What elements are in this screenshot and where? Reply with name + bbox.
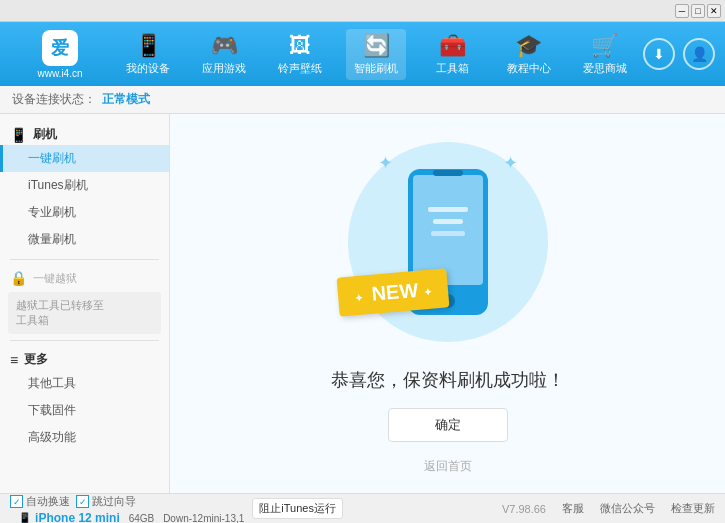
- sidebar-itunes-flash[interactable]: iTunes刷机: [0, 172, 169, 199]
- sidebar-other-tools[interactable]: 其他工具: [0, 370, 169, 397]
- sidebar-jailbreak-header: 🔒 一键越狱: [0, 266, 169, 288]
- svg-rect-4: [428, 207, 468, 212]
- stop-itunes-button[interactable]: 阻止iTunes运行: [252, 498, 343, 519]
- device-firmware: [157, 513, 160, 523]
- device-firmware-val: Down-12mini-13,1: [163, 513, 244, 523]
- tutorials-icon: 🎓: [515, 33, 542, 59]
- device-storage: [123, 513, 126, 523]
- auto-flash-check-box[interactable]: ✓: [10, 495, 23, 508]
- toolbox-icon: 🧰: [439, 33, 466, 59]
- nav-apps[interactable]: 🎮 应用游戏: [194, 29, 254, 80]
- svg-rect-1: [413, 175, 483, 285]
- device-info: 📱 iPhone 12 mini 64GB Down-12mini-13,1: [18, 511, 244, 523]
- device-icon-small: 📱: [18, 512, 35, 523]
- nav-wallpaper-label: 铃声壁纸: [278, 61, 322, 76]
- skip-wizard-label: 跳过向导: [92, 494, 136, 509]
- wechat-link[interactable]: 微信公众号: [600, 501, 655, 516]
- customer-service-link[interactable]: 客服: [562, 501, 584, 516]
- nav-smart-flash-label: 智能刷机: [354, 61, 398, 76]
- nav-apps-label: 应用游戏: [202, 61, 246, 76]
- sparkle-right-icon: ✦: [503, 152, 518, 174]
- smart-flash-icon: 🔄: [363, 33, 390, 59]
- nav-store-label: 爱思商城: [583, 61, 627, 76]
- device-icon: 📱: [135, 33, 162, 59]
- bottom-top-row: ✓ 自动换速 ✓ 跳过向导: [10, 492, 244, 511]
- sidebar-download-fw[interactable]: 下载固件: [0, 397, 169, 424]
- jailbreak-note: 越狱工具已转移至工具箱: [8, 292, 161, 334]
- check-update-link[interactable]: 检查更新: [671, 501, 715, 516]
- svg-rect-2: [433, 170, 463, 176]
- skip-wizard-check-box[interactable]: ✓: [76, 495, 89, 508]
- sidebar-divider-1: [10, 259, 159, 260]
- minimize-button[interactable]: ─: [675, 4, 689, 18]
- sidebar-pro-flash[interactable]: 专业刷机: [0, 199, 169, 226]
- more-section-title: 更多: [24, 351, 48, 368]
- phone-illustration: ✦ ✦ NEW: [338, 132, 558, 352]
- device-name: iPhone 12 mini: [35, 511, 120, 523]
- nav-tutorials-label: 教程中心: [507, 61, 551, 76]
- flash-section-title: 刷机: [33, 126, 57, 143]
- nav-tutorials[interactable]: 🎓 教程中心: [499, 29, 559, 80]
- nav-toolbox[interactable]: 🧰 工具箱: [423, 29, 483, 80]
- version-text: V7.98.66: [502, 503, 546, 515]
- new-badge-text: NEW: [370, 279, 418, 305]
- phone-circle: ✦ ✦ NEW: [348, 142, 548, 342]
- store-icon: 🛒: [591, 33, 618, 59]
- success-text: 恭喜您，保资料刷机成功啦！: [331, 368, 565, 392]
- back-link[interactable]: 返回首页: [424, 458, 472, 475]
- svg-rect-6: [431, 231, 465, 236]
- skip-wizard-checkbox[interactable]: ✓ 跳过向导: [76, 494, 136, 509]
- logo-subtitle: www.i4.cn: [37, 68, 82, 79]
- wallpaper-icon: 🖼: [289, 33, 311, 59]
- status-bar: 设备连接状态： 正常模式: [0, 86, 725, 114]
- sidebar: 📱 刷机 一键刷机 iTunes刷机 专业刷机 微量刷机 🔒 一键越狱 越狱工具…: [0, 114, 170, 493]
- sidebar-more-header: ≡ 更多: [0, 347, 169, 370]
- sparkle-left-icon: ✦: [378, 152, 393, 174]
- svg-rect-5: [433, 219, 463, 224]
- nav-smart-flash[interactable]: 🔄 智能刷机: [346, 29, 406, 80]
- jailbreak-section-title: 一键越狱: [33, 271, 77, 286]
- nav-wallpaper[interactable]: 🖼 铃声壁纸: [270, 29, 330, 80]
- logo-icon: 爱: [42, 30, 78, 66]
- jailbreak-note-text: 越狱工具已转移至工具箱: [16, 299, 104, 326]
- maximize-button[interactable]: □: [691, 4, 705, 18]
- confirm-button[interactable]: 确定: [388, 408, 508, 442]
- flash-section-icon: 📱: [10, 127, 27, 143]
- title-bar: ─ □ ✕: [0, 0, 725, 22]
- status-value: 正常模式: [102, 91, 150, 108]
- sidebar-flash-header: 📱 刷机: [0, 122, 169, 145]
- apps-icon: 🎮: [211, 33, 238, 59]
- bottom-bar: ✓ 自动换速 ✓ 跳过向导 📱 iPhone 12 mini 64GB Down…: [0, 493, 725, 523]
- more-section-icon: ≡: [10, 352, 18, 368]
- sidebar-micro-flash[interactable]: 微量刷机: [0, 226, 169, 253]
- sidebar-one-click-flash[interactable]: 一键刷机: [0, 145, 169, 172]
- logo: 爱 www.i4.cn: [10, 30, 110, 79]
- bottom-left-main: ✓ 自动换速 ✓ 跳过向导 📱 iPhone 12 mini 64GB Down…: [10, 492, 244, 523]
- status-label: 设备连接状态：: [12, 91, 96, 108]
- lock-icon: 🔒: [10, 270, 27, 286]
- bottom-left: ✓ 自动换速 ✓ 跳过向导 📱 iPhone 12 mini 64GB Down…: [10, 492, 502, 523]
- auto-flash-checkbox[interactable]: ✓ 自动换速: [10, 494, 70, 509]
- bottom-status: V7.98.66 客服 微信公众号 检查更新: [502, 501, 715, 516]
- top-nav: 爱 www.i4.cn 📱 我的设备 🎮 应用游戏 🖼 铃声壁纸 🔄 智能刷机 …: [0, 22, 725, 86]
- nav-my-device[interactable]: 📱 我的设备: [118, 29, 178, 80]
- device-storage-val: 64GB: [129, 513, 155, 523]
- user-button[interactable]: 👤: [683, 38, 715, 70]
- nav-store[interactable]: 🛒 爱思商城: [575, 29, 635, 80]
- sidebar-advanced[interactable]: 高级功能: [0, 424, 169, 451]
- nav-right: ⬇ 👤: [643, 38, 715, 70]
- close-button[interactable]: ✕: [707, 4, 721, 18]
- main-area: 📱 刷机 一键刷机 iTunes刷机 专业刷机 微量刷机 🔒 一键越狱 越狱工具…: [0, 114, 725, 493]
- nav-items: 📱 我的设备 🎮 应用游戏 🖼 铃声壁纸 🔄 智能刷机 🧰 工具箱 🎓 教程中心…: [110, 29, 643, 80]
- nav-toolbox-label: 工具箱: [436, 61, 469, 76]
- download-button[interactable]: ⬇: [643, 38, 675, 70]
- content-area: ✦ ✦ NEW 恭喜您，保资料刷机成功啦！ 确定 返回首页: [170, 114, 725, 493]
- sidebar-divider-2: [10, 340, 159, 341]
- nav-my-device-label: 我的设备: [126, 61, 170, 76]
- auto-flash-label: 自动换速: [26, 494, 70, 509]
